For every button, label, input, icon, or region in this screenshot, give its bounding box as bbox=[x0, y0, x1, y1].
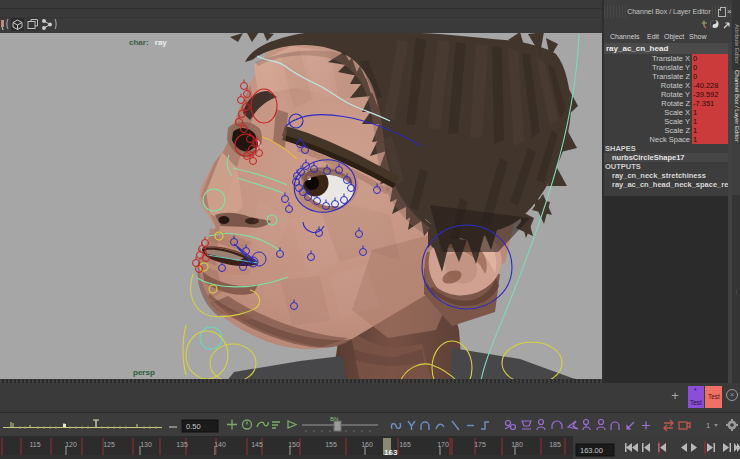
svg-text:160: 160 bbox=[361, 441, 373, 448]
svg-text:135: 135 bbox=[176, 441, 188, 448]
svg-text:115: 115 bbox=[29, 441, 40, 448]
svg-text:1: 1 bbox=[706, 421, 710, 430]
svg-text:155: 155 bbox=[325, 441, 337, 448]
svg-text:125: 125 bbox=[103, 441, 115, 448]
svg-text:163.00: 163.00 bbox=[580, 446, 603, 455]
svg-text:150: 150 bbox=[288, 441, 300, 448]
svg-text:170: 170 bbox=[437, 441, 449, 448]
svg-text:175: 175 bbox=[474, 441, 486, 448]
svg-text:185: 185 bbox=[549, 441, 561, 448]
svg-text:180: 180 bbox=[511, 441, 523, 448]
svg-text:140: 140 bbox=[214, 441, 226, 448]
svg-text:165: 165 bbox=[399, 441, 411, 448]
svg-text:130: 130 bbox=[140, 441, 152, 448]
svg-text:145: 145 bbox=[251, 441, 263, 448]
svg-text:120: 120 bbox=[65, 441, 77, 448]
svg-text:0.50: 0.50 bbox=[186, 422, 201, 431]
